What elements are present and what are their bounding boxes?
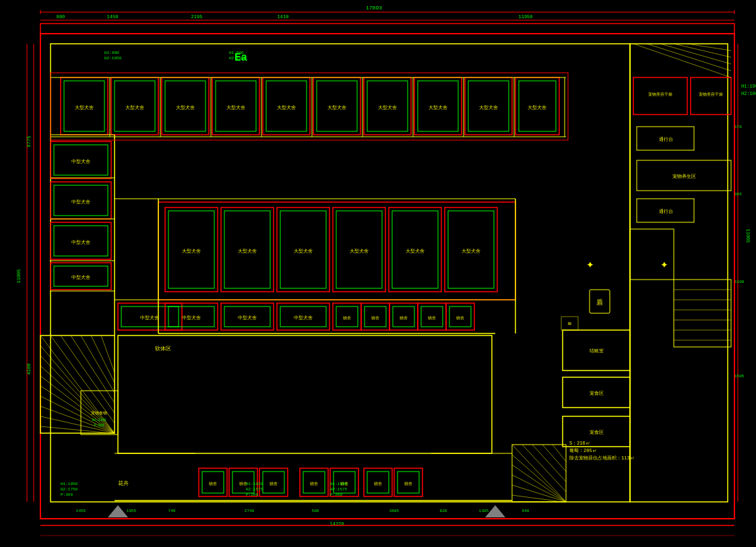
svg-text:3685: 3685	[389, 509, 400, 513]
svg-text:盾: 盾	[596, 298, 603, 307]
svg-text:S：216㎡: S：216㎡	[569, 441, 590, 446]
svg-text:740: 740	[168, 509, 176, 513]
svg-text:葡萄：205㎡: 葡萄：205㎡	[569, 448, 597, 453]
svg-text:H2:1065: H2:1065	[741, 91, 756, 96]
svg-text:H2:1575: H2:1575	[330, 487, 348, 492]
svg-text:中型犬舍: 中型犬舍	[71, 159, 90, 164]
svg-text:14220: 14220	[329, 521, 344, 527]
svg-text:中型犬舍: 中型犬舍	[140, 315, 159, 321]
svg-text:大型犬舍: 大型犬舍	[528, 105, 546, 110]
svg-text:大型犬舍: 大型犬舍	[125, 105, 144, 110]
svg-text:宠物美容干燥: 宠物美容干燥	[648, 92, 672, 97]
svg-text:H2:1750: H2:1750	[61, 487, 78, 492]
svg-text:通行台: 通行台	[659, 209, 673, 214]
svg-text:大型犬舍: 大型犬舍	[238, 249, 257, 254]
svg-text:大型犬舍: 大型犬舍	[350, 249, 369, 254]
svg-text:中型犬舍: 中型犬舍	[294, 315, 313, 321]
svg-text:H1:2160: H1:2160	[92, 418, 106, 422]
svg-text:大型犬舍: 大型犬舍	[182, 249, 201, 254]
svg-text:宠物养生区: 宠物养生区	[672, 174, 696, 179]
svg-text:170: 170	[734, 125, 742, 129]
svg-text:宠食区: 宠食区	[590, 391, 604, 396]
svg-text:940: 940	[522, 509, 530, 513]
svg-text:大型犬舍: 大型犬舍	[327, 105, 346, 110]
svg-text:猫舍: 猫舍	[310, 482, 318, 486]
svg-text:✦: ✦	[660, 260, 668, 271]
svg-text:H1:1020: H1:1020	[330, 482, 348, 486]
svg-text:大型犬舍: 大型犬舍	[176, 105, 195, 110]
svg-text:P:360: P:360	[94, 424, 104, 428]
svg-text:11950: 11950	[518, 14, 532, 20]
svg-text:结账室: 结账室	[590, 348, 604, 354]
svg-text:11005: 11005	[16, 269, 22, 283]
svg-text:1100: 1100	[734, 280, 745, 284]
svg-text:H1:1050: H1:1050	[61, 482, 78, 486]
svg-text:宠物食物: 宠物食物	[91, 410, 107, 416]
svg-text:P:360: P:360	[61, 492, 73, 497]
svg-text:中型犬舍: 中型犬舍	[71, 199, 90, 205]
svg-text:大型犬舍: 大型犬舍	[378, 105, 397, 110]
svg-text:1505: 1505	[734, 374, 745, 379]
svg-text:中型犬舍: 中型犬舍	[238, 315, 257, 321]
svg-text:1450: 1450	[107, 14, 119, 20]
svg-text:H2:1575: H2:1575	[246, 487, 263, 492]
svg-text:猫舍: 猫舍	[374, 482, 382, 486]
svg-text:1410: 1410	[278, 14, 289, 20]
svg-text:1455: 1455	[76, 509, 86, 513]
svg-text:≋: ≋	[567, 321, 572, 327]
svg-text:猫舍: 猫舍	[400, 316, 408, 321]
svg-text:H1:1020: H1:1020	[246, 482, 263, 486]
svg-text:大型犬舍: 大型犬舍	[277, 105, 296, 110]
svg-text:880: 880	[57, 14, 65, 20]
svg-text:除去宠物居住占地面积：113㎡: 除去宠物居住占地面积：113㎡	[569, 455, 635, 461]
svg-text:大型犬舍: 大型犬舍	[462, 249, 480, 254]
svg-text:500: 500	[312, 509, 319, 513]
svg-text:软体区: 软体区	[155, 346, 171, 352]
svg-text:1955: 1955	[127, 509, 137, 513]
svg-text:中型犬舍: 中型犬舍	[182, 315, 201, 321]
svg-text:365: 365	[734, 192, 742, 197]
svg-text:1385: 1385	[479, 509, 489, 513]
svg-text:中型犬舍: 中型犬舍	[71, 275, 90, 280]
svg-text:6775: 6775	[26, 136, 32, 148]
svg-text:H2:1950: H2:1950	[104, 56, 122, 61]
svg-text:17893: 17893	[366, 5, 382, 11]
svg-text:P:260: P:260	[246, 492, 258, 497]
svg-text:4100: 4100	[26, 364, 32, 375]
svg-text:猫舍: 猫舍	[428, 316, 436, 321]
svg-text:11005: 11005	[745, 228, 751, 243]
svg-text:猫舍: 猫舍	[456, 316, 464, 321]
svg-text:✦: ✦	[586, 260, 594, 271]
svg-text:猫舍: 猫舍	[343, 316, 351, 321]
svg-text:大型犬舍: 大型犬舍	[226, 105, 245, 110]
svg-text:通行台: 通行台	[659, 137, 673, 142]
svg-text:猫舍: 猫舍	[209, 482, 217, 486]
svg-text:花卉: 花卉	[118, 480, 129, 486]
svg-text:2740: 2740	[245, 509, 255, 513]
svg-rect-0	[0, 0, 756, 547]
svg-text:猫舍: 猫舍	[270, 482, 278, 486]
svg-text:宠食区: 宠食区	[590, 430, 604, 435]
svg-text:大型犬舍: 大型犬舍	[294, 249, 313, 254]
svg-text:大型犬舍: 大型犬舍	[406, 249, 424, 254]
svg-text:2195: 2195	[191, 14, 203, 20]
svg-text:大型犬舍: 大型犬舍	[429, 105, 447, 110]
svg-text:P:260: P:260	[330, 492, 342, 497]
svg-text:H1:1905: H1:1905	[741, 84, 756, 89]
svg-text:猫舍: 猫舍	[371, 316, 379, 321]
svg-text:宠物美容干燥: 宠物美容干燥	[699, 92, 723, 97]
svg-text:猫舍: 猫舍	[404, 482, 412, 486]
floor-plan-canvas: 17893 880 1450 2195 1410 11950 大型犬舍 大型	[0, 0, 756, 547]
svg-text:820: 820	[440, 509, 447, 513]
svg-text:Ea: Ea	[234, 52, 248, 64]
svg-text:中型犬舍: 中型犬舍	[71, 240, 90, 245]
svg-text:大型犬舍: 大型犬舍	[479, 105, 498, 110]
svg-text:大型犬舍: 大型犬舍	[75, 105, 94, 110]
svg-text:H1:980: H1:980	[104, 51, 119, 55]
